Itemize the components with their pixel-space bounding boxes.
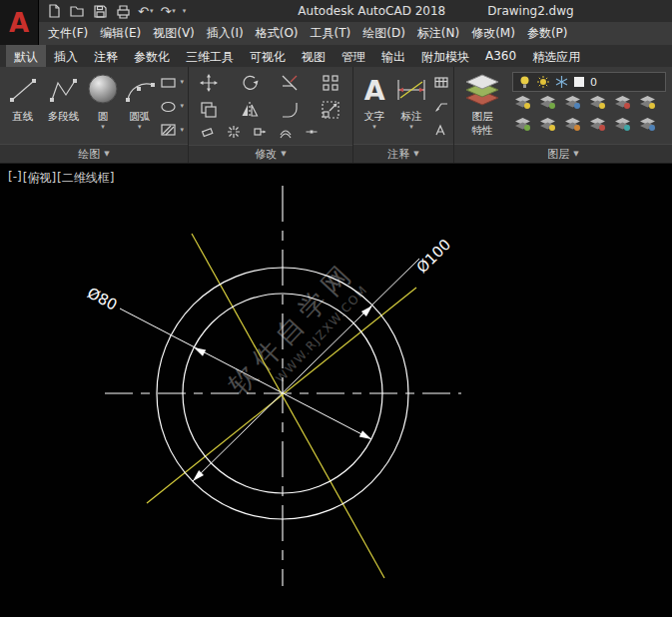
menu-parametric[interactable]: 参数(P) xyxy=(521,22,574,45)
layer-merge-button[interactable] xyxy=(564,117,581,136)
plot-button[interactable] xyxy=(115,3,131,19)
layer-fade-button[interactable] xyxy=(639,117,656,136)
layer-delete-button[interactable] xyxy=(589,117,606,136)
ribbon-tab-3d-tools[interactable]: 三维工具 xyxy=(178,45,242,67)
panel-expand-icon: ▼ xyxy=(281,151,286,158)
menu-tools[interactable]: 工具(T) xyxy=(305,22,357,45)
ribbon-tab-insert[interactable]: 插入 xyxy=(46,45,86,67)
construction-line-1[interactable] xyxy=(192,234,384,578)
ribbon-tab-featured-apps[interactable]: 精选应用 xyxy=(524,45,588,67)
annotate-panel-expander[interactable]: 注释 ▼ xyxy=(353,144,453,163)
ribbon-tab-parametric[interactable]: 参数化 xyxy=(126,45,178,67)
ribbon-tab-view[interactable]: 视图 xyxy=(294,45,334,67)
ribbon-tab-home[interactable]: 默认 xyxy=(6,45,46,67)
chevron-down-icon: ▾ xyxy=(372,124,376,131)
circle-tool-label: 圆 xyxy=(98,110,109,124)
table-tool-button[interactable] xyxy=(431,76,451,89)
menu-view[interactable]: 视图(V) xyxy=(147,22,201,45)
layer-off-button[interactable] xyxy=(514,95,531,114)
explode-tool-button[interactable] xyxy=(227,124,241,143)
viewport-visual-style-control[interactable]: [二维线框] xyxy=(57,170,114,187)
chevron-down-icon: ▾ xyxy=(409,124,413,131)
dimension-tool-button[interactable]: 标注 ▾ xyxy=(391,69,431,144)
rectangle-tool-button[interactable]: ▾ xyxy=(158,76,186,90)
viewport-menu-control[interactable]: [-] xyxy=(8,170,22,187)
save-icon xyxy=(92,3,108,19)
viewport-view-control[interactable]: [俯视] xyxy=(23,170,56,187)
menu-modify[interactable]: 修改(M) xyxy=(465,22,521,45)
text-tool-button[interactable]: A 文字 ▾ xyxy=(357,69,391,144)
undo-button[interactable]: ↶ ▾ xyxy=(138,5,153,18)
menu-insert[interactable]: 插入(I) xyxy=(201,22,250,45)
line-tool-button[interactable]: 直线 xyxy=(4,69,42,144)
app-title: Autodesk AutoCAD 2018 xyxy=(298,4,445,18)
layer-lock-button[interactable] xyxy=(589,95,606,114)
ribbon-tab-annotate[interactable]: 注释 xyxy=(86,45,126,67)
chevron-down-icon: ▾ xyxy=(138,124,142,131)
move-tool-button[interactable] xyxy=(199,73,228,97)
draw-extra-tools: ▾ ▾ ▾ xyxy=(158,69,186,144)
menu-edit[interactable]: 编辑(E) xyxy=(94,22,147,45)
autocad-window: A ↶ ▾ ↷ ▾ ▾ xyxy=(0,0,672,617)
bulb-icon xyxy=(518,75,531,89)
hatch-tool-button[interactable]: ▾ xyxy=(158,123,186,137)
ribbon-tab-add-ins[interactable]: 附加模块 xyxy=(413,45,477,67)
arc-tool-button[interactable]: 圆弧 ▾ xyxy=(121,69,159,144)
layer-selector[interactable]: 0 xyxy=(512,72,666,92)
rotate-tool-button[interactable] xyxy=(240,73,269,97)
layer-properties-button[interactable]: 图层 特性 xyxy=(458,69,506,144)
circle-tool-button[interactable]: 圆 ▾ xyxy=(85,69,121,144)
layer-isolate-button[interactable] xyxy=(539,95,556,114)
menu-format[interactable]: 格式(O) xyxy=(250,22,305,45)
text-style-tool-button[interactable] xyxy=(431,124,451,137)
layer-unisolate-button[interactable] xyxy=(614,117,631,136)
copy-icon xyxy=(199,100,219,120)
layer-panel-expander[interactable]: 图层 ▼ xyxy=(454,144,672,163)
app-menu-button[interactable]: A xyxy=(0,0,39,45)
polyline-tool-button[interactable]: 多段线 xyxy=(42,69,86,144)
layer-walk-button[interactable] xyxy=(539,117,556,136)
model-space-viewport[interactable]: [-] [俯视] [二维线框] 软件自学网 WWW.RJZXW.COM xyxy=(0,164,672,617)
array-tool-button[interactable] xyxy=(321,73,349,97)
layer-color-swatch xyxy=(573,76,585,88)
redo-button[interactable]: ↷ ▾ xyxy=(160,5,175,18)
draw-panel: 直线 多段线 圆 ▾ xyxy=(0,67,189,163)
ribbon-tab-a360[interactable]: A360 xyxy=(477,45,524,67)
menu-dimension[interactable]: 标注(N) xyxy=(411,22,465,45)
menu-file[interactable]: 文件(F) xyxy=(42,22,94,45)
open-file-button[interactable] xyxy=(69,3,85,19)
ribbon-tab-visualize[interactable]: 可视化 xyxy=(242,45,294,67)
leader-tool-button[interactable] xyxy=(431,100,451,113)
fillet-tool-button[interactable] xyxy=(280,100,309,124)
layer-freeze-button[interactable] xyxy=(564,95,581,114)
draw-panel-expander[interactable]: 绘图 ▼ xyxy=(0,144,188,163)
layer-match-button[interactable] xyxy=(639,95,656,114)
drawing-canvas[interactable]: 软件自学网 WWW.RJZXW.COM Ø80 xyxy=(0,164,672,617)
offset-tool-button[interactable] xyxy=(279,124,293,143)
stretch-tool-button[interactable] xyxy=(253,124,267,143)
layer-on-button[interactable] xyxy=(614,95,631,114)
viewport-controls: [-] [俯视] [二维线框] xyxy=(8,170,114,187)
leader-icon xyxy=(433,100,449,113)
scale-tool-button[interactable] xyxy=(321,100,349,124)
join-tool-button[interactable] xyxy=(305,124,319,143)
ribbon-tab-output[interactable]: 输出 xyxy=(373,45,413,67)
save-button[interactable] xyxy=(92,3,108,19)
chevron-down-icon: ▾ xyxy=(150,8,154,15)
trim-tool-button[interactable] xyxy=(280,73,309,97)
ellipse-tool-button[interactable]: ▾ xyxy=(158,100,186,114)
chevron-down-icon: ▾ xyxy=(172,8,176,15)
modify-panel-expander[interactable]: 修改 ▼ xyxy=(189,145,352,163)
layer-prev-button[interactable] xyxy=(514,117,531,136)
new-file-button[interactable] xyxy=(46,3,62,19)
qat-customize-button[interactable]: ▾ xyxy=(183,8,187,15)
mirror-tool-button[interactable] xyxy=(240,100,269,124)
ribbon-tab-manage[interactable]: 管理 xyxy=(334,45,373,67)
rectangle-icon xyxy=(160,76,178,90)
menu-draw[interactable]: 绘图(D) xyxy=(356,22,411,45)
copy-tool-button[interactable] xyxy=(199,100,228,124)
ellipse-icon xyxy=(160,100,178,114)
line-tool-label: 直线 xyxy=(12,110,33,124)
array-icon xyxy=(321,73,340,93)
erase-tool-button[interactable] xyxy=(201,124,215,143)
